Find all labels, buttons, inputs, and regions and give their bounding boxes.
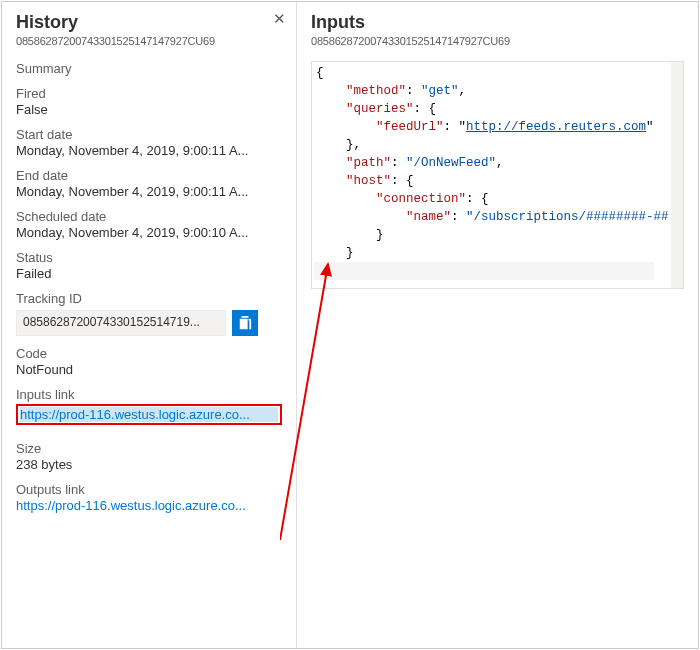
tracking-id-value[interactable]: 0858628720074330152514719...: [16, 310, 226, 336]
json-content: { "method": "get", "queries": { "feedUrl…: [312, 62, 683, 282]
status-value: Failed: [16, 266, 282, 281]
tracking-id-label: Tracking ID: [16, 291, 282, 306]
outputs-link[interactable]: https://prod-116.westus.logic.azure.co..…: [16, 498, 276, 513]
fired-value: False: [16, 102, 282, 117]
inputs-link[interactable]: https://prod-116.westus.logic.azure.co..…: [20, 407, 278, 422]
close-icon[interactable]: ✕: [273, 10, 286, 28]
end-date-value: Monday, November 4, 2019, 9:00:11 A...: [16, 184, 282, 199]
size-value: 238 bytes: [16, 457, 282, 472]
copy-button[interactable]: [232, 310, 258, 336]
inputs-title: Inputs: [311, 12, 684, 33]
inputs-pane: Inputs 08586287200743301525147147927CU69…: [297, 2, 698, 648]
scheduled-date-value: Monday, November 4, 2019, 9:00:10 A...: [16, 225, 282, 240]
start-date-label: Start date: [16, 127, 282, 142]
fired-label: Fired: [16, 86, 282, 101]
history-pane: ✕ History 08586287200743301525147147927C…: [2, 2, 297, 648]
history-title: History: [16, 12, 282, 33]
scheduled-date-label: Scheduled date: [16, 209, 282, 224]
inputs-link-highlight: https://prod-116.westus.logic.azure.co..…: [16, 404, 282, 425]
status-label: Status: [16, 250, 282, 265]
json-editor[interactable]: { "method": "get", "queries": { "feedUrl…: [311, 61, 684, 289]
summary-heading: Summary: [16, 61, 282, 76]
start-date-value: Monday, November 4, 2019, 9:00:11 A...: [16, 143, 282, 158]
inputs-id: 08586287200743301525147147927CU69: [311, 35, 684, 47]
editor-cursor-line: [314, 262, 654, 280]
editor-scrollbar[interactable]: [671, 62, 683, 288]
code-value: NotFound: [16, 362, 282, 377]
inputs-link-label: Inputs link: [16, 387, 282, 402]
code-label: Code: [16, 346, 282, 361]
outputs-link-label: Outputs link: [16, 482, 282, 497]
copy-icon: [238, 316, 252, 330]
end-date-label: End date: [16, 168, 282, 183]
history-id: 08586287200743301525147147927CU69: [16, 35, 282, 47]
size-label: Size: [16, 441, 282, 456]
